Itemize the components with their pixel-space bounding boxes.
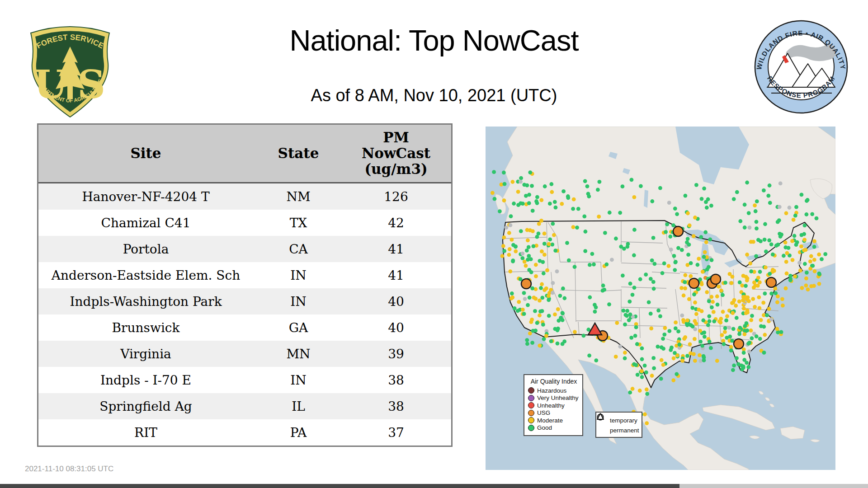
aqi-dot-mexico-border	[645, 388, 649, 392]
aqi-dot-midwest-ohio-valley	[719, 289, 723, 293]
aqi-legend-label: Moderate	[537, 417, 563, 424]
aqi-dot-canada-west	[519, 180, 523, 184]
aqi-dot-northeast	[752, 281, 756, 285]
aqi-dot-south	[715, 359, 719, 363]
aqi-dot-south	[691, 324, 695, 328]
aqi-dot-canada-west	[543, 184, 547, 188]
aqi-dot-mountain-west	[603, 231, 607, 235]
aqi-dot-midwest-ohio-valley	[735, 316, 739, 320]
aqi-dot-south	[712, 319, 716, 324]
cell-pm-nowcast: 38	[344, 399, 448, 414]
aqi-dot-midwest-ohio-valley	[683, 280, 687, 284]
aqi-dot-upper-midwest	[671, 223, 675, 227]
aqi-dot-southwest	[594, 358, 598, 362]
aqi-dot-mexico-border	[645, 392, 649, 396]
aqi-dot-texas	[675, 372, 679, 376]
aqi-dot-canada-west	[554, 206, 558, 210]
aqi-dot-canada-central	[705, 206, 709, 210]
footer-bar-dark	[0, 484, 679, 488]
aqi-dot-canada-east	[735, 190, 739, 194]
aqi-dot-upper-midwest	[668, 235, 672, 239]
aqi-dot-canada-central	[702, 187, 706, 191]
aqi-dot-canada-central	[639, 184, 643, 188]
aqi-dot-pacific-northwest	[538, 259, 542, 263]
aqi-dot-midwest-ohio-valley	[738, 281, 742, 285]
aqi-dot-texas	[661, 347, 665, 351]
aqi-dot-texas	[644, 371, 648, 375]
aqi-dot-socal	[535, 321, 539, 325]
aqi-legend-item: Very Unhealthy	[528, 394, 580, 402]
aqi-dot-mid-atlantic	[745, 308, 750, 312]
aqi-dot-south	[698, 359, 703, 363]
aqi-dot-canada-west	[539, 198, 543, 202]
aqi-dot-canada-west	[585, 184, 590, 188]
aqi-dot-mid-atlantic	[779, 330, 783, 334]
aqi-dot-northeast	[763, 238, 767, 242]
aqi-dot-mountain-west	[592, 263, 596, 267]
aqi-dot-southeast	[747, 349, 751, 353]
aqi-dot-texas	[661, 337, 665, 341]
aqi-dot-south	[681, 318, 685, 322]
aqi-dot-northeast	[749, 269, 753, 273]
cell-state: IN	[253, 294, 344, 309]
aqi-dot-northeast	[806, 287, 810, 291]
aqi-dot-south	[674, 326, 678, 330]
aqi-dot-bc-coast	[509, 214, 513, 218]
aqi-dot-pacific-northwest	[500, 254, 505, 258]
aqi-dot-canada-west	[531, 209, 535, 213]
aqi-dot-texas	[667, 329, 671, 333]
aqi-dot-midwest-ohio-valley	[690, 306, 694, 310]
aqi-dot-southwest	[587, 353, 591, 357]
aqi-dot-socal	[544, 334, 548, 338]
aqi-legend-item: Moderate	[528, 417, 580, 424]
aqi-dot-northeast	[745, 253, 749, 257]
aqi-dot-socal	[562, 339, 566, 343]
aqi-dot-canada-east	[788, 206, 792, 210]
aqi-dot-mid-atlantic	[750, 314, 754, 318]
aqi-dot-pacific-northwest	[510, 238, 514, 242]
aqi-dot-upper-midwest	[697, 257, 701, 261]
cell-site: Brunswick	[38, 320, 253, 335]
aqi-dot-pacific-northwest	[514, 245, 518, 249]
aqi-dot-mid-atlantic	[765, 313, 769, 317]
aqi-legend-label: Hazardous	[537, 387, 566, 394]
table-row: RITPA37	[38, 419, 451, 446]
aqi-dot-upper-midwest	[672, 254, 676, 258]
aqi-dot-northeast	[744, 275, 748, 279]
aqi-dot-south	[709, 346, 713, 350]
aqi-dot-pacific-northwest	[551, 222, 555, 226]
aqi-dot-northeast	[791, 258, 795, 262]
aqi-dot-mountain-west	[622, 309, 626, 313]
aqi-dot-mountain-west	[573, 265, 577, 269]
aqi-dot-pacific-northwest	[527, 245, 531, 249]
aqi-dot-south	[724, 319, 728, 323]
aqi-dot-canada-central	[667, 201, 671, 205]
cell-site: Anderson-Eastside Elem. Sch	[38, 268, 253, 283]
aqi-dot-southeast	[750, 336, 754, 340]
aqi-dot-canada-central	[675, 212, 679, 216]
aqi-dot-canada-east	[755, 199, 759, 203]
aqi-dot-northeast	[802, 238, 807, 242]
aqi-dot-mid-atlantic	[742, 307, 746, 311]
aqi-dot-socal	[525, 342, 529, 346]
footer-bar-light	[679, 484, 868, 488]
aqi-dot-canada-central	[694, 183, 698, 187]
cell-state: TX	[253, 216, 344, 230]
aqi-dot-plains	[649, 277, 653, 281]
aqi-dot-florida	[742, 351, 746, 355]
cell-state: IN	[253, 268, 344, 283]
cell-pm-nowcast: 37	[344, 425, 448, 440]
table-header-row: Site State PMNowCast(ug/m3)	[38, 125, 451, 183]
aqi-dot-mountain-west	[590, 252, 594, 256]
aqi-dot-norcal	[528, 296, 532, 300]
aqi-dot-florida	[731, 368, 735, 372]
aqi-dot-mountain-west	[584, 230, 588, 234]
aqi-dot-southeast	[738, 326, 742, 330]
aqi-dot-canada-west	[550, 190, 554, 194]
aqi-dot-texas	[673, 351, 677, 355]
aqi-dot-midwest-ohio-valley	[707, 299, 711, 303]
aqi-dot-maritimes	[820, 257, 824, 261]
aqi-dot-canada-east	[793, 214, 797, 218]
aqi-dot-plains	[651, 280, 656, 284]
aqi-dot-mountain-west	[561, 286, 565, 291]
